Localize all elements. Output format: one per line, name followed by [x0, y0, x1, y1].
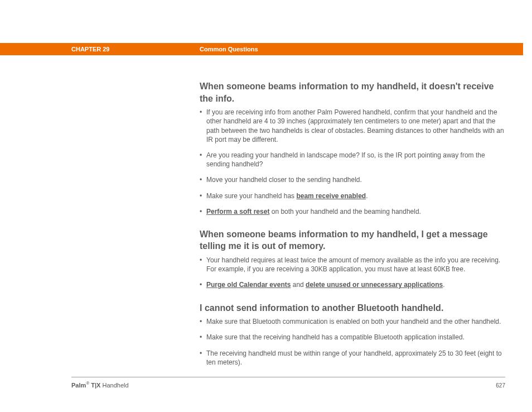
text: on both your handheld and the beaming ha… [269, 208, 421, 215]
list-item: Are you reading your handheld in landsca… [200, 151, 505, 169]
list-item: The receiving handheld must be within ra… [200, 349, 505, 367]
question-heading-1: When someone beams information to my han… [200, 80, 505, 104]
page-number: 627 [496, 382, 505, 389]
list-item: Make sure that Bluetooth communication i… [200, 317, 505, 326]
list-item: Move your handheld closer to the sending… [200, 175, 505, 184]
answer-list-3: Make sure that Bluetooth communication i… [200, 317, 505, 367]
chapter-label: CHAPTER 29 [71, 46, 109, 52]
list-item: Make sure that the receiving handheld ha… [200, 333, 505, 342]
link-delete-apps[interactable]: delete unused or unnecessary application… [306, 281, 443, 289]
text: and [291, 281, 306, 289]
link-purge-calendar[interactable]: Purge old Calendar events [206, 281, 291, 289]
footer-rule [71, 377, 505, 377]
page-content: When someone beams information to my han… [200, 80, 505, 373]
list-item: Make sure your handheld has beam receive… [200, 191, 505, 200]
list-item: If you are receiving info from another P… [200, 108, 505, 144]
answer-list-1: If you are receiving info from another P… [200, 108, 505, 216]
link-perform-soft-reset[interactable]: Perform a soft reset [206, 208, 269, 215]
list-item: Perform a soft reset on both your handhe… [200, 207, 505, 216]
text: . [443, 281, 444, 289]
model: T|X [89, 382, 100, 389]
brand: Palm [71, 382, 86, 389]
section-label: Common Questions [200, 46, 258, 52]
chapter-header: CHAPTER 29 Common Questions [0, 43, 523, 55]
page-footer: Palm® T|X Handheld 627 [71, 381, 505, 389]
product-name: Palm® T|X Handheld [71, 381, 129, 389]
list-item: Purge old Calendar events and delete unu… [200, 280, 505, 289]
text: . [366, 192, 367, 200]
text: Make sure your handheld has [206, 192, 296, 200]
question-heading-3: I cannot send information to another Blu… [200, 302, 505, 314]
list-item: Your handheld requires at least twice th… [200, 256, 505, 274]
suffix: Handheld [100, 382, 128, 389]
answer-list-2: Your handheld requires at least twice th… [200, 256, 505, 290]
link-beam-receive-enabled[interactable]: beam receive enabled [296, 192, 366, 200]
question-heading-2: When someone beams information to my han… [200, 228, 505, 252]
